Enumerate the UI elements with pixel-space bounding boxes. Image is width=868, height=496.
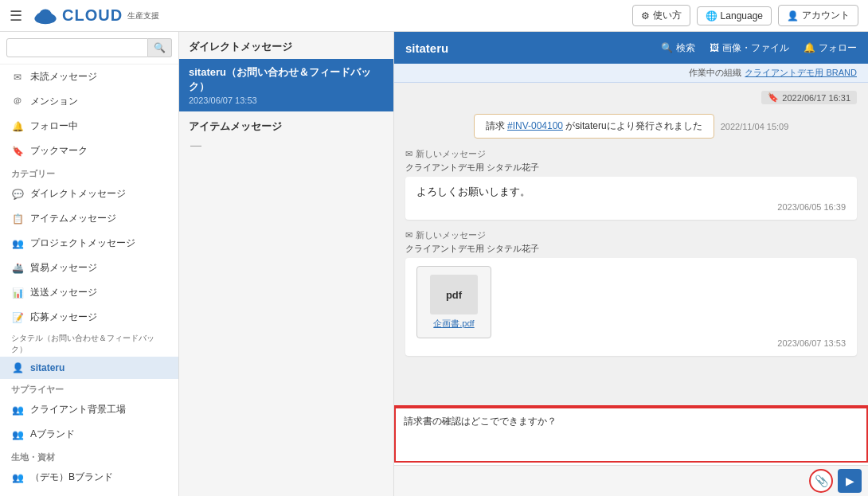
paperclip-icon: 📎 <box>815 475 828 487</box>
sidebar-item-demo-b[interactable]: 👥 （デモ）Bブランド <box>0 465 178 490</box>
msg-block-2: pdf 企画書.pdf 2023/06/07 13:53 <box>405 258 857 356</box>
invoice-date: 2022/11/04 15:09 <box>721 122 789 131</box>
supplier-label: サプライヤー <box>0 379 178 397</box>
language-button[interactable]: 🌐 Language <box>697 6 772 25</box>
msg-time-2: 2023/06/07 13:53 <box>416 338 846 348</box>
image-file-btn[interactable]: 🖼 画像・ファイル <box>710 41 789 55</box>
msg-sender-1: クライアントデモ用 シタテル花子 <box>405 162 857 174</box>
date-badge: 🔖 2022/06/17 16:31 <box>405 91 857 104</box>
direct-title: ダイレクトメッセージ <box>179 32 393 59</box>
item-title: アイテムメッセージ <box>179 111 393 137</box>
globe-icon: 🌐 <box>706 10 717 21</box>
follow-btn[interactable]: 🔔 フォロー <box>803 41 857 55</box>
message-sender: sitateru（お問い合わせ＆フィードバック） <box>189 65 384 94</box>
sidebar-item-a-brand[interactable]: 👥 Aブランド <box>0 422 178 447</box>
org-name[interactable]: クライアントデモ用 BRAND <box>745 67 857 79</box>
msg-label-1: ✉ 新しいメッセージ <box>405 148 857 160</box>
search-btn[interactable]: 🔍 検索 <box>661 41 695 55</box>
invoice-box: 請求 #INV-004100 がsitateruにより発行されました <box>474 114 714 139</box>
svg-point-3 <box>39 9 51 20</box>
people4-icon: 👥 <box>11 472 24 483</box>
logo-sub: 生産支援 <box>127 10 159 21</box>
sidebar-item-response[interactable]: 📝 応募メッセージ <box>0 305 178 330</box>
chat-input-toolbar: 📎 ▶ <box>394 465 868 496</box>
attachment-button[interactable]: 📎 <box>809 469 833 493</box>
logo: CLOUD 生産支援 <box>32 5 159 27</box>
people3-icon: 👥 <box>11 429 24 440</box>
date-badge-box: 🔖 2022/06/17 16:31 <box>761 91 857 104</box>
bookmark2-icon: 🔖 <box>768 92 779 103</box>
people2-icon: 👥 <box>11 404 24 416</box>
invoice-post: がsitateruにより発行されました <box>563 120 702 131</box>
msg-label-2: ✉ 新しいメッセージ <box>405 229 857 241</box>
bookmark-icon: 🔖 <box>11 146 24 157</box>
message-list-item[interactable]: sitateru（お問い合わせ＆フィードバック） 2023/06/07 13:5… <box>179 59 393 111</box>
header: ☰ CLOUD 生産支援 ⚙ 使い方 🌐 Language 👤 アカウント <box>0 0 868 32</box>
note-icon: 📝 <box>11 312 24 323</box>
msg-block-1: よろしくお願いします。 2023/06/05 16:39 <box>405 177 857 220</box>
fabric-label: 生地・資材 <box>0 447 178 465</box>
sidebar-item-follow[interactable]: 🔔 フォロー中 <box>0 114 178 139</box>
sidebar: 🔍 ✉ 未読メッセージ ＠ メンション 🔔 フォロー中 🔖 ブックマーク カテゴ… <box>0 32 179 496</box>
header-buttons: ⚙ 使い方 🌐 Language 👤 アカウント <box>632 5 858 26</box>
msg-label-icon-2: ✉ <box>405 230 412 240</box>
invoice-pre: 請求 <box>486 120 507 131</box>
sidebar-item-delivery[interactable]: 📊 送送メッセージ <box>0 280 178 305</box>
middle-panel: ダイレクトメッセージ sitateru（お問い合わせ＆フィードバック） 2023… <box>179 32 394 496</box>
org-bar: 作業中の組織 クライアントデモ用 BRAND <box>394 64 868 83</box>
message-date: 2023/06/07 13:53 <box>189 96 384 105</box>
chat-header: sitateru 🔍 検索 🖼 画像・ファイル 🔔 フォロー <box>394 32 868 64</box>
at-icon: ＠ <box>11 95 24 108</box>
category-label: カテゴリー <box>0 163 178 182</box>
date-badge-text: 2022/06/17 16:31 <box>782 93 850 103</box>
msg-time-1: 2023/06/05 16:39 <box>416 202 846 212</box>
bell2-icon: 🔔 <box>803 42 815 53</box>
search-icon: 🔍 <box>154 42 166 53</box>
chat-messages: 🔖 2022/06/17 16:31 請求 #INV-004100 がsitat… <box>394 83 868 405</box>
org-label: 作業中の組織 <box>689 67 741 79</box>
person-icon: 👤 <box>11 362 24 373</box>
pdf-filename: 企画書.pdf <box>433 318 474 330</box>
sidebar-item-unread[interactable]: ✉ 未読メッセージ <box>0 64 178 89</box>
item-dash: — <box>179 137 393 153</box>
sidebar-item-direct[interactable]: 💬 ダイレクトメッセージ <box>0 182 178 206</box>
people-icon: 👥 <box>11 238 24 249</box>
msg-sender-2: クライアントデモ用 シタテル花子 <box>405 243 857 255</box>
chat-panel: sitateru 🔍 検索 🖼 画像・ファイル 🔔 フォロー 作業中の組織 クラ… <box>394 32 868 496</box>
clipboard-icon: 📋 <box>11 213 24 225</box>
ship-icon: 🚢 <box>11 263 24 274</box>
sub-category-label: シタテル（お問い合わせ＆フィードバック） <box>0 330 178 357</box>
logo-text: CLOUD <box>62 6 123 25</box>
search-button[interactable]: 🔍 <box>148 38 172 57</box>
message-block-1: ✉ 新しいメッセージ クライアントデモ用 シタテル花子 よろしくお願いします。 … <box>405 148 857 220</box>
mail-icon: ✉ <box>11 72 24 83</box>
search2-icon: 🔍 <box>661 42 673 53</box>
sidebar-item-trade[interactable]: 🚢 貿易メッセージ <box>0 256 178 280</box>
chat-header-actions: 🔍 検索 🖼 画像・ファイル 🔔 フォロー <box>661 41 857 55</box>
sidebar-item-mention[interactable]: ＠ メンション <box>0 89 178 114</box>
pdf-icon: pdf <box>430 275 478 314</box>
bell-icon: 🔔 <box>11 121 24 132</box>
sidebar-item-bookmark[interactable]: 🔖 ブックマーク <box>0 139 178 163</box>
menu-icon[interactable]: ☰ <box>10 7 22 25</box>
send-button[interactable]: ▶ <box>838 469 862 493</box>
msg-label-icon-1: ✉ <box>405 149 412 159</box>
help-button[interactable]: ⚙ 使い方 <box>632 5 690 26</box>
chat-input-area: 請求書の確認はどこでできますか？ 📎 ▶ <box>394 405 868 496</box>
invoice-notification: 請求 #INV-004100 がsitateruにより発行されました 2022/… <box>405 114 857 139</box>
sidebar-search: 🔍 <box>0 32 178 64</box>
message-block-2: ✉ 新しいメッセージ クライアントデモ用 シタテル花子 pdf 企画書.pdf … <box>405 229 857 356</box>
sidebar-item-project[interactable]: 👥 プロジェクトメッセージ <box>0 231 178 256</box>
account-button[interactable]: 👤 アカウント <box>778 5 858 26</box>
send-icon: ▶ <box>846 475 854 487</box>
sidebar-item-sitateru[interactable]: 👤 sitateru <box>0 357 178 379</box>
search-input[interactable] <box>6 38 148 57</box>
sidebar-item-item-msg[interactable]: 📋 アイテムメッセージ <box>0 206 178 231</box>
chart-icon: 📊 <box>11 287 24 299</box>
pdf-attachment[interactable]: pdf 企画書.pdf <box>416 266 491 338</box>
gear-icon: ⚙ <box>641 10 650 21</box>
invoice-link[interactable]: #INV-004100 <box>507 120 563 131</box>
chat-input[interactable]: 請求書の確認はどこでできますか？ <box>394 407 868 463</box>
chat-header-name: sitateru <box>405 41 448 55</box>
sidebar-item-client-factory[interactable]: 👥 クライアント背景工場 <box>0 397 178 422</box>
